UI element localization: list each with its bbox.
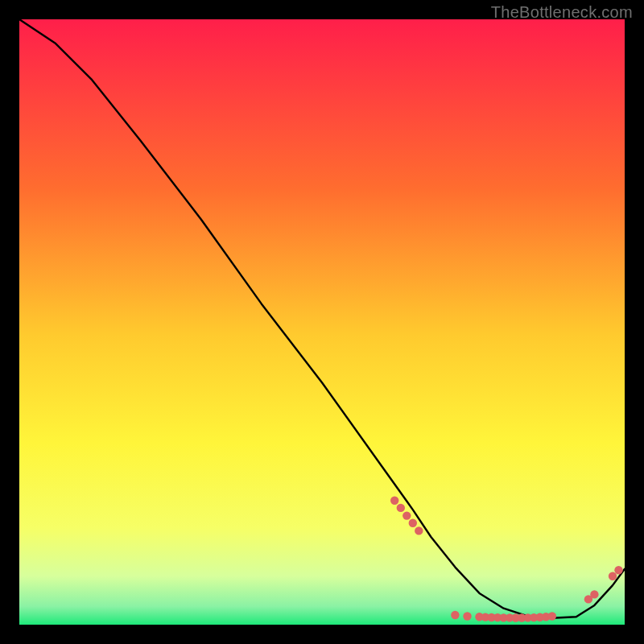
data-point [415, 526, 423, 535]
data-point [451, 611, 459, 619]
data-point [390, 497, 398, 505]
chart-svg [19, 19, 625, 625]
data-point [609, 572, 617, 580]
data-point [402, 511, 411, 519]
data-point [590, 590, 598, 598]
data-point [463, 612, 471, 620]
chart-frame: TheBottleneck.com [0, 0, 644, 644]
gradient-background [19, 19, 625, 625]
data-point [397, 504, 405, 512]
data-point [548, 612, 556, 620]
data-point [409, 519, 417, 527]
plot-area [19, 19, 625, 625]
data-point [614, 566, 622, 574]
